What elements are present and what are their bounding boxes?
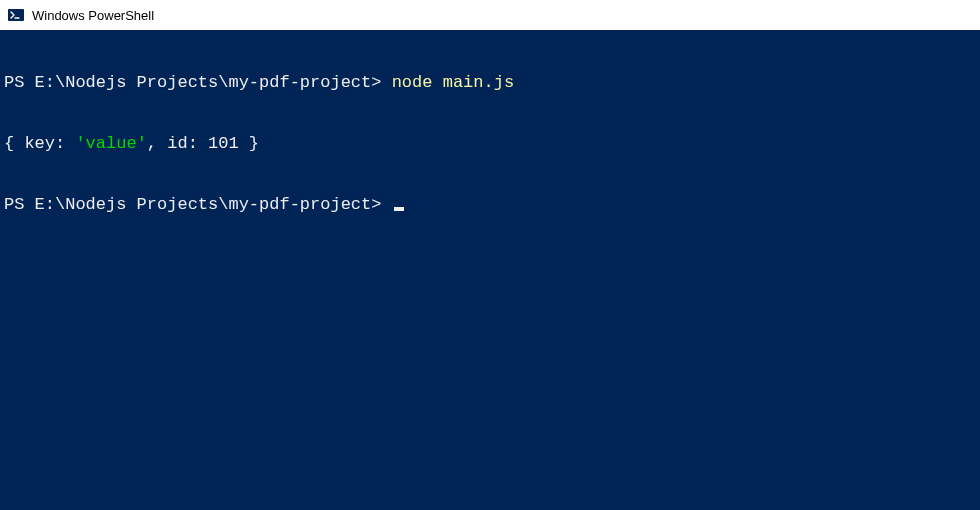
terminal-area[interactable]: PS E:\Nodejs Projects\my-pdf-project> no…	[0, 30, 980, 510]
terminal-line-3: PS E:\Nodejs Projects\my-pdf-project>	[4, 195, 976, 215]
prompt-text: PS E:\Nodejs Projects\my-pdf-project>	[4, 195, 392, 214]
command-text: node main.js	[392, 73, 514, 92]
output-mid: , id:	[147, 134, 208, 153]
cursor	[394, 207, 404, 211]
output-number: 101	[208, 134, 239, 153]
output-string: 'value'	[75, 134, 146, 153]
terminal-line-2: { key: 'value', id: 101 }	[4, 134, 976, 154]
titlebar[interactable]: Windows PowerShell	[0, 0, 980, 30]
output-open: { key:	[4, 134, 75, 153]
prompt-text: PS E:\Nodejs Projects\my-pdf-project>	[4, 73, 392, 92]
terminal-line-1: PS E:\Nodejs Projects\my-pdf-project> no…	[4, 73, 976, 93]
svg-rect-0	[8, 9, 24, 21]
powershell-window: Windows PowerShell PS E:\Nodejs Projects…	[0, 0, 980, 510]
powershell-icon	[8, 7, 24, 23]
output-close: }	[239, 134, 259, 153]
window-title: Windows PowerShell	[32, 8, 154, 23]
